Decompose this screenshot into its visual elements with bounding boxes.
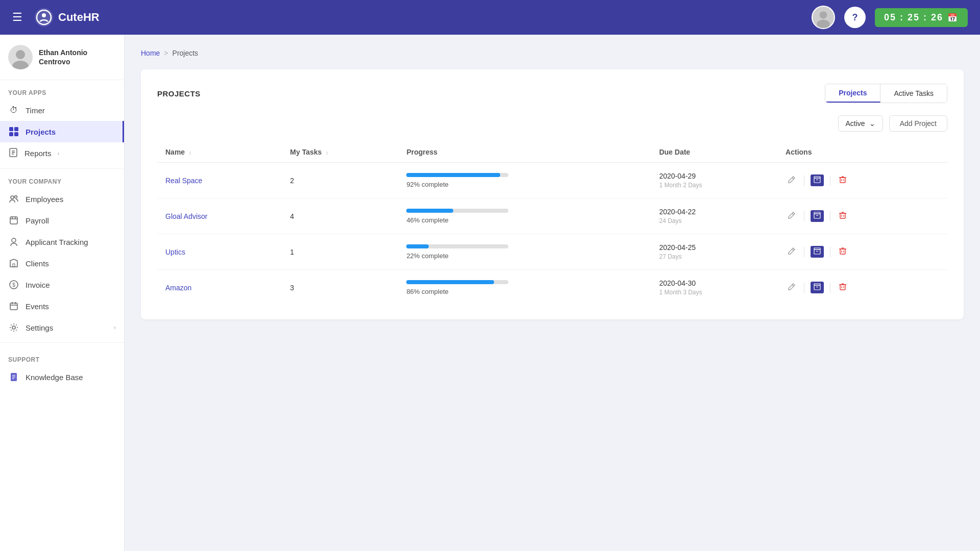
delete-button[interactable] (837, 173, 849, 188)
svg-point-21 (12, 238, 16, 242)
project-name-link[interactable]: Amazon (165, 284, 191, 292)
edit-button[interactable] (786, 245, 798, 259)
svg-line-52 (792, 249, 794, 251)
archive-button[interactable] (811, 282, 824, 293)
sidebar-item-clients[interactable]: Clients (0, 253, 124, 274)
table-row: Amazon 3 86% complete 2020-04-30 1 Month… (157, 270, 947, 306)
archive-button[interactable] (811, 174, 824, 186)
sidebar-item-timer[interactable]: ⏱ Timer (0, 99, 124, 121)
svg-rect-36 (814, 177, 820, 178)
events-icon (8, 300, 19, 312)
svg-rect-65 (840, 285, 845, 290)
svg-line-61 (792, 285, 794, 286)
topnav-left: ☰ CuteHR (12, 8, 100, 27)
actions-cell (777, 163, 947, 198)
settings-icon (8, 322, 19, 333)
avatar (8, 45, 33, 69)
delete-button[interactable] (837, 281, 849, 295)
breadcrumb-home[interactable]: Home (141, 49, 160, 57)
progress-cell: 86% complete (398, 270, 651, 306)
svg-point-4 (817, 20, 830, 29)
project-name-link[interactable]: Real Space (165, 177, 202, 185)
status-label: Active (846, 119, 865, 128)
sort-icon-name[interactable]: ↕ (189, 150, 191, 156)
col-my-tasks: My Tasks ↕ (282, 142, 398, 163)
progress-cell: 92% complete (398, 163, 651, 198)
breadcrumb: Home > Projects (141, 49, 964, 57)
col-progress: Progress (398, 142, 651, 163)
svg-rect-53 (814, 249, 820, 254)
topnav-right: ? 05 : 25 : 26 📅 (812, 6, 968, 29)
sort-icon-tasks[interactable]: ↕ (326, 150, 328, 156)
knowledge-base-icon (8, 371, 19, 383)
sidebar-reports[interactable]: Reports ‹ (0, 142, 124, 164)
sidebar-item-events[interactable]: Events (0, 295, 124, 317)
svg-rect-7 (9, 127, 13, 131)
archive-button[interactable] (811, 246, 824, 258)
sidebar-divider-1 (0, 168, 124, 169)
svg-point-16 (15, 196, 17, 198)
sidebar-item-payroll[interactable]: Payroll (0, 210, 124, 231)
sidebar-item-settings[interactable]: Settings ‹ (0, 317, 124, 338)
action-separator (830, 211, 830, 221)
my-tasks-cell: 4 (282, 198, 398, 234)
sidebar-reports-label: Reports (24, 149, 52, 158)
table-row: Real Space 2 92% complete 2020-04-29 1 M… (157, 163, 947, 198)
project-name-link[interactable]: Uptics (165, 248, 185, 256)
sidebar-item-label-timer: Timer (26, 106, 116, 115)
sidebar-item-knowledge-base[interactable]: Knowledge Base (0, 366, 124, 388)
sidebar: Ethan AntonioCentrovo Your Apps ⏱ Timer … (0, 35, 125, 551)
invoice-icon: $ (8, 279, 19, 290)
edit-button[interactable] (786, 281, 798, 295)
logo-text: CuteHR (58, 11, 100, 24)
payroll-icon (8, 215, 19, 226)
svg-rect-25 (10, 303, 17, 310)
svg-rect-62 (814, 285, 820, 290)
content-area: Home > Projects PROJECTS Projects Active… (125, 35, 980, 551)
reports-chevron: ‹ (58, 150, 60, 157)
due-date-cell: 2020-04-30 1 Month 3 Days (651, 270, 777, 306)
delete-button[interactable] (837, 209, 849, 223)
svg-line-43 (792, 213, 794, 215)
edit-button[interactable] (786, 209, 798, 223)
hamburger-menu[interactable]: ☰ (12, 11, 22, 24)
col-name: Name ↕ (157, 142, 282, 163)
sidebar-item-projects[interactable]: Projects (0, 121, 124, 142)
due-date-cell: 2020-04-25 27 Days (651, 234, 777, 270)
col-actions: Actions (777, 142, 947, 163)
add-project-button[interactable]: Add Project (889, 115, 947, 132)
svg-rect-45 (814, 212, 820, 214)
help-button[interactable]: ? (844, 7, 866, 28)
tab-projects[interactable]: Projects (825, 84, 880, 103)
due-date-cell: 2020-04-29 1 Month 2 Days (651, 163, 777, 198)
clients-icon (8, 258, 19, 269)
user-name: Ethan AntonioCentrovo (39, 48, 87, 66)
project-name-link[interactable]: Gloal Advisor (165, 212, 207, 220)
card-tabs: Projects Active Tasks (825, 84, 947, 103)
sidebar-item-label-settings: Settings (26, 323, 108, 332)
applicant-tracking-icon (8, 236, 19, 247)
sidebar-item-label-clients: Clients (26, 259, 116, 268)
timer-button[interactable]: 05 : 25 : 26 📅 (875, 8, 968, 27)
timer-icon: ⏱ (8, 105, 19, 116)
svg-rect-22 (13, 264, 15, 267)
my-tasks-cell: 1 (282, 234, 398, 270)
action-separator (804, 211, 804, 221)
svg-point-3 (820, 11, 827, 19)
sidebar-item-invoice[interactable]: $ Invoice (0, 274, 124, 295)
svg-rect-56 (840, 249, 845, 254)
progress-cell: 46% complete (398, 198, 651, 234)
user-avatar-topnav[interactable] (812, 6, 835, 29)
svg-point-15 (11, 196, 14, 199)
sidebar-item-employees[interactable]: Employees (0, 188, 124, 210)
sidebar-item-applicant-tracking[interactable]: Applicant Tracking (0, 231, 124, 253)
card-header: PROJECTS Projects Active Tasks (157, 84, 947, 103)
status-dropdown[interactable]: Active ⌄ (838, 115, 883, 132)
delete-button[interactable] (837, 245, 849, 259)
card-toolbar: Active ⌄ Add Project (157, 115, 947, 132)
edit-button[interactable] (786, 173, 798, 188)
archive-button[interactable] (811, 210, 824, 222)
projects-icon (8, 126, 19, 137)
calendar-icon: 📅 (947, 13, 959, 22)
tab-active-tasks[interactable]: Active Tasks (880, 84, 947, 103)
